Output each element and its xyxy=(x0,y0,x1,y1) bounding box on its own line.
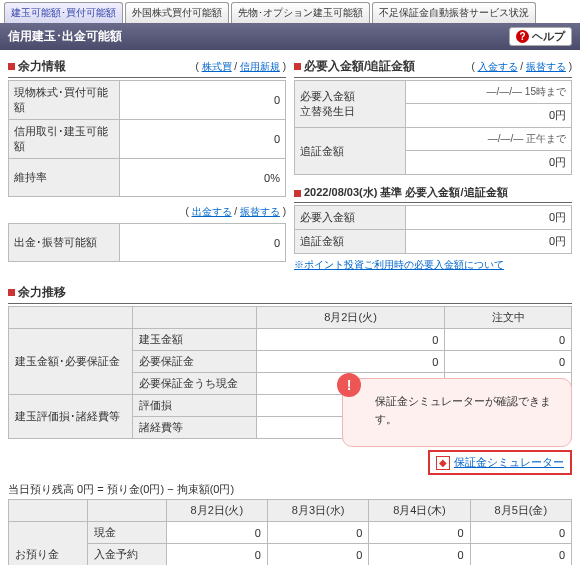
simulator-link-box[interactable]: ◆ 保証金シミュレーター xyxy=(428,450,572,475)
link-withdraw[interactable]: 出金する xyxy=(192,206,232,217)
cell: 0 xyxy=(256,351,445,373)
cell: 0 xyxy=(166,544,267,566)
deposit-table: 8月2日(火) 8月3日(水) 8月4日(木) 8月5日(金) お預り金現金00… xyxy=(8,499,572,565)
row-label: 必要保証金うち現金 xyxy=(132,373,256,395)
row-label: 現物株式･買付可能額 xyxy=(9,81,120,120)
help-button[interactable]: ヘルプ xyxy=(509,27,572,46)
row-sub: —/—/— 正午まで xyxy=(405,128,571,151)
cell: 0 xyxy=(445,351,572,373)
withdraw-table: 出金･振替可能額0 xyxy=(8,223,286,262)
cell: 0 xyxy=(445,417,572,439)
section-title-trend: 余力推移 xyxy=(8,284,66,301)
row-label: 評価損 xyxy=(132,395,256,417)
row-label: 現金 xyxy=(87,522,166,544)
row-label: 必要入金額 立替発生日 xyxy=(295,81,406,128)
col-header xyxy=(132,307,256,329)
row-value: 0 xyxy=(119,81,285,120)
group-label: 建玉評価損･諸経費等 xyxy=(9,395,133,439)
section-title-required: 必要入金額/追証金額 xyxy=(294,58,415,75)
group-label: お預り金 xyxy=(9,522,88,566)
col-header: 8月5日(金) xyxy=(470,500,571,522)
link-kabushiki[interactable]: 株式買 xyxy=(202,61,232,72)
cell: 0 xyxy=(445,329,572,351)
col-header: 8月4日(木) xyxy=(369,500,470,522)
section-title-yoryoku: 余力情報 xyxy=(8,58,66,75)
required-table: 必要入金額 立替発生日—/—/— 15時まで 0円 追証金額—/—/— 正午まで… xyxy=(294,80,572,175)
link-transfer[interactable]: 振替する xyxy=(240,206,280,217)
col-header: 8月2日(火) xyxy=(166,500,267,522)
yoryoku-links: ( 株式買 / 信用新規 ) xyxy=(195,60,286,74)
cell: 0 xyxy=(470,522,571,544)
col-header xyxy=(87,500,166,522)
cell: 0 xyxy=(445,373,572,395)
row-value: 0円 xyxy=(405,230,571,254)
tab-3[interactable]: 不足保証金自動振替サービス状況 xyxy=(372,2,536,23)
row-value: 0円 xyxy=(405,151,571,175)
link-deposit[interactable]: 入金する xyxy=(478,61,518,72)
row-label: 追証金額 xyxy=(295,230,406,254)
cell: 0 xyxy=(470,544,571,566)
row-label: 必要保証金 xyxy=(132,351,256,373)
row-label: 入金予約 xyxy=(87,544,166,566)
title-bar: 信用建玉･出金可能額 ヘルプ xyxy=(0,23,580,50)
tab-bar: 建玉可能額･買付可能額 外国株式買付可能額 先物･オプション建玉可能額 不足保証… xyxy=(0,0,580,23)
cell: 0 xyxy=(369,544,470,566)
cell: 0 xyxy=(256,373,445,395)
link-point-note[interactable]: ※ポイント投資ご利用時の必要入金額について xyxy=(294,259,504,270)
col-header: 8月3日(水) xyxy=(267,500,368,522)
col-header xyxy=(9,500,88,522)
cell: 0 xyxy=(369,522,470,544)
row-value: 0円 xyxy=(405,206,571,230)
row-label: 必要入金額 xyxy=(295,206,406,230)
cell: 0 xyxy=(267,544,368,566)
withdraw-links: ( 出金する / 振替する ) xyxy=(185,205,286,219)
row-label: 信用取引･建玉可能額 xyxy=(9,120,120,159)
simulator-link[interactable]: 保証金シミュレーター xyxy=(454,455,564,470)
tab-0[interactable]: 建玉可能額･買付可能額 xyxy=(4,2,123,23)
tab-2[interactable]: 先物･オプション建玉可能額 xyxy=(231,2,370,23)
cell: 0 xyxy=(256,417,445,439)
trend-table: 8月2日(火) 注文中 建玉金額･必要保証金建玉金額00 必要保証金00 必要保… xyxy=(8,306,572,439)
row-value: 0 xyxy=(119,224,285,262)
balance-summary: 当日預り残高 0円 = 預り金(0円) − 拘束額(0円) xyxy=(8,478,572,499)
tab-1[interactable]: 外国株式買付可能額 xyxy=(125,2,229,23)
link-transfer2[interactable]: 振替する xyxy=(526,61,566,72)
row-sub: —/—/— 15時まで xyxy=(405,81,571,104)
row-label: 建玉金額 xyxy=(132,329,256,351)
col-header: 注文中 xyxy=(445,307,572,329)
col-header xyxy=(9,307,133,329)
row-value: 0円 xyxy=(405,104,571,128)
basis-table: 必要入金額0円 追証金額0円 xyxy=(294,205,572,254)
cell: 0 xyxy=(445,395,572,417)
section-title-basis: 2022/08/03(水) 基準 必要入金額/追証金額 xyxy=(294,185,508,200)
row-label: 追証金額 xyxy=(295,128,406,175)
row-value: 0 xyxy=(119,120,285,159)
cell: 0 xyxy=(267,522,368,544)
col-header: 8月2日(火) xyxy=(256,307,445,329)
link-shinyo[interactable]: 信用新規 xyxy=(240,61,280,72)
cell: 0 xyxy=(166,522,267,544)
yoryoku-table: 現物株式･買付可能額0 信用取引･建玉可能額0 維持率0% xyxy=(8,80,286,197)
simulator-icon: ◆ xyxy=(436,456,450,470)
row-label: 出金･振替可能額 xyxy=(9,224,120,262)
group-label: 建玉金額･必要保証金 xyxy=(9,329,133,395)
row-label: 諸経費等 xyxy=(132,417,256,439)
deposit-links: ( 入金する / 振替する ) xyxy=(471,60,572,74)
row-label: 維持率 xyxy=(9,159,120,197)
row-value: 0% xyxy=(119,159,285,197)
cell: 0 xyxy=(256,329,445,351)
cell: 0 xyxy=(256,395,445,417)
page-title: 信用建玉･出金可能額 xyxy=(8,28,122,45)
